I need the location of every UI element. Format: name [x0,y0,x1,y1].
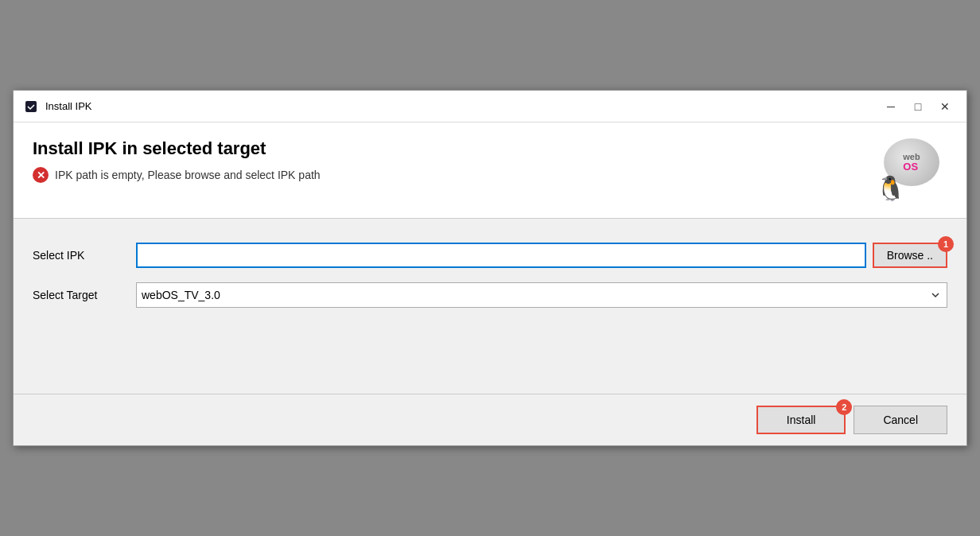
browse-button[interactable]: Browse .. 1 [873,243,947,268]
cancel-button-label: Cancel [883,414,918,426]
ipk-path-input[interactable] [136,243,866,268]
content-section: Select IPK Browse .. 1 Select Target web… [14,219,966,394]
window-title: Install IPK [45,100,879,112]
select-ipk-label: Select IPK [33,249,136,262]
select-target-row: Select Target webOS_TV_3.0 webOS_TV_2.0 … [33,282,947,308]
install-ipk-window: Install IPK ─ □ ✕ Install IPK in selecte… [13,90,967,446]
error-icon: ✕ [33,167,49,183]
install-button-label: Install [787,414,816,426]
cancel-button[interactable]: Cancel [854,406,947,434]
dialog-title: Install IPK in selected target [33,138,860,159]
browse-badge: 1 [938,236,954,252]
footer-section: Install 2 Cancel [14,394,966,445]
header-text: Install IPK in selected target ✕ IPK pat… [33,138,860,183]
select-ipk-row: Select IPK Browse .. 1 [33,243,947,268]
maximize-button[interactable]: □ [906,95,930,118]
install-badge: 2 [836,399,852,415]
app-icon [23,99,39,115]
minimize-button[interactable]: ─ [879,95,903,118]
header-section: Install IPK in selected target ✕ IPK pat… [14,122,966,219]
titlebar: Install IPK ─ □ ✕ [14,91,966,122]
error-message-text: IPK path is empty, Please browse and sel… [55,169,321,181]
logo-os-text: OS [903,161,920,172]
webos-logo-image: web OS 🐧 [876,138,947,202]
window-controls: ─ □ ✕ [879,95,957,118]
select-target-label: Select Target [33,289,136,301]
browse-button-label: Browse .. [887,249,933,262]
webos-logo: web OS 🐧 [876,138,947,202]
target-dropdown[interactable]: webOS_TV_3.0 webOS_TV_2.0 webOS_TV_4.0 [136,282,947,308]
error-message-row: ✕ IPK path is empty, Please browse and s… [33,167,860,183]
close-button[interactable]: ✕ [933,95,957,118]
svg-rect-0 [25,101,37,112]
install-button[interactable]: Install 2 [756,406,846,434]
logo-penguin: 🐧 [876,174,905,202]
